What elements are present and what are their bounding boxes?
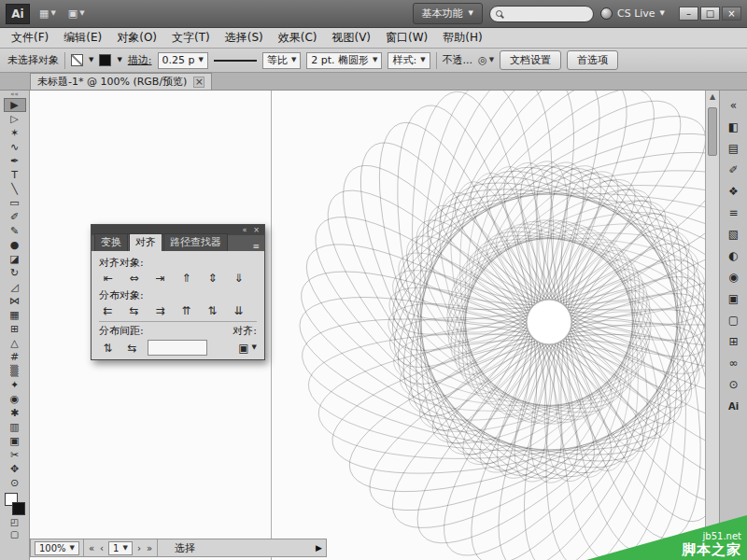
magic-wand-tool[interactable]: ✶ — [4, 126, 26, 140]
ai-access-icon[interactable]: Ai — [723, 396, 745, 416]
last-artboard-icon[interactable]: » — [146, 543, 153, 553]
menu-file[interactable]: 文件(F) — [4, 27, 56, 49]
align-panel[interactable]: « × 变换 对齐 路径查找器 ≡ 对齐对象: ⇤ ⇔ ⇥ ⇑ ⇕ ⇓ 分布对象… — [91, 224, 265, 360]
navigator-panel-icon[interactable]: ⊙ — [723, 374, 745, 395]
tools-panel-collapse-icon[interactable]: «« — [0, 91, 29, 98]
search-input[interactable] — [507, 7, 584, 20]
eyedropper-tool[interactable]: ✦ — [4, 378, 26, 392]
selection-tool[interactable]: ▶ — [4, 98, 26, 112]
align-v-center-button[interactable]: ⇕ — [204, 271, 221, 285]
width-tool[interactable]: ⋈ — [4, 294, 26, 308]
artboard-tool[interactable]: ▣ — [4, 434, 26, 448]
paintbrush-tool[interactable]: ✐ — [4, 210, 26, 224]
cs-live-button[interactable]: CS Live ▼ — [600, 7, 665, 20]
workspace-switcher-button[interactable]: 基本功能▼ — [413, 3, 483, 24]
document-setup-button[interactable]: 文档设置 — [500, 50, 561, 70]
layers-panel-icon[interactable]: ▢ — [723, 310, 745, 330]
panel-collapse-icon[interactable]: « — [242, 227, 247, 234]
tab-pathfinder[interactable]: 路径查找器 — [163, 233, 228, 251]
slice-tool[interactable]: ✂ — [4, 448, 26, 462]
next-artboard-icon[interactable]: › — [136, 543, 142, 553]
select-similar-button[interactable]: ◎▼ — [478, 54, 494, 66]
close-button[interactable]: × — [722, 7, 741, 21]
mesh-tool[interactable]: # — [4, 350, 26, 364]
vertical-spacing-button[interactable]: ⇅ — [99, 341, 117, 355]
pen-tool[interactable]: ✒ — [4, 154, 26, 168]
artboard-number-combo[interactable]: 1▼ — [108, 541, 133, 555]
drawing-mode-icon[interactable]: ◰ — [4, 516, 26, 528]
menu-object[interactable]: 对象(O) — [109, 27, 164, 49]
rotate-tool[interactable]: ↻ — [4, 266, 26, 280]
menu-window[interactable]: 窗口(W) — [378, 27, 435, 49]
arrange-documents-icon[interactable]: ▣▼ — [65, 7, 88, 21]
line-segment-tool[interactable]: ╲ — [4, 182, 26, 196]
eraser-tool[interactable]: ◪ — [4, 252, 26, 266]
zoom-combo[interactable]: 100%▼ — [35, 541, 79, 555]
menu-view[interactable]: 视图(V) — [324, 27, 378, 49]
vertical-scrollbar[interactable]: ▲ ▼ — [705, 91, 719, 560]
appearance-panel-icon[interactable]: ◉ — [723, 267, 745, 287]
menu-select[interactable]: 选择(S) — [218, 27, 271, 49]
distribute-h-center-button[interactable]: ⇅ — [204, 303, 221, 317]
brushes-panel-icon[interactable]: ✐ — [723, 160, 745, 180]
stroke-panel-icon[interactable]: ≡ — [723, 203, 745, 223]
spacing-value-input[interactable] — [148, 340, 207, 356]
stroke-swatch[interactable] — [12, 502, 25, 515]
status-expand-icon[interactable]: ▶ — [316, 543, 322, 553]
stroke-width-combo[interactable]: 0.25 p▼ — [158, 52, 208, 69]
symbol-sprayer-tool[interactable]: ✱ — [4, 406, 26, 420]
style-combo[interactable]: 样式:▼ — [388, 52, 430, 69]
tab-align[interactable]: 对齐 — [129, 233, 162, 251]
pencil-tool[interactable]: ✎ — [4, 224, 26, 238]
zoom-tool[interactable]: ⊙ — [4, 476, 26, 490]
free-transform-tool[interactable]: ▦ — [4, 308, 26, 322]
stroke-color-swatch[interactable] — [99, 54, 111, 66]
gradient-panel-icon[interactable]: ▧ — [723, 224, 745, 245]
perspective-grid-tool[interactable]: △ — [4, 336, 26, 350]
search-box[interactable] — [489, 6, 594, 22]
direct-selection-tool[interactable]: ▷ — [4, 112, 26, 126]
menu-effect[interactable]: 效果(C) — [271, 27, 325, 49]
document-tab[interactable]: 未标题-1* @ 100% (RGB/预览) × — [30, 73, 212, 90]
distribute-right-button[interactable]: ⇊ — [230, 303, 247, 317]
scale-tool[interactable]: ◿ — [4, 280, 26, 294]
launch-bridge-icon[interactable]: ▦▼ — [36, 7, 59, 21]
align-to-dropdown[interactable]: ▣ ▼ — [238, 342, 257, 355]
align-h-center-button[interactable]: ⇔ — [125, 271, 143, 285]
scrollbar-thumb[interactable] — [708, 107, 717, 156]
align-right-button[interactable]: ⇥ — [151, 271, 169, 285]
width-profile-combo[interactable]: 等比▼ — [262, 52, 301, 69]
distribute-left-button[interactable]: ⇈ — [177, 303, 195, 317]
restore-button[interactable]: □ — [700, 7, 720, 21]
swatches-panel-icon[interactable]: ▤ — [723, 138, 745, 159]
blob-brush-tool[interactable]: ● — [4, 238, 26, 252]
brush-definition-combo[interactable]: 2 pt. 椭圆形▼ — [306, 52, 382, 69]
fill-color-swatch[interactable] — [71, 54, 83, 66]
stroke-label[interactable]: 描边: — [128, 53, 152, 67]
menu-edit[interactable]: 编辑(E) — [56, 27, 109, 49]
type-tool[interactable]: T — [4, 168, 26, 182]
align-bottom-button[interactable]: ⇓ — [230, 271, 247, 285]
rectangle-tool[interactable]: ▭ — [4, 196, 26, 210]
expand-panels-icon[interactable]: « — [723, 95, 745, 116]
preferences-button[interactable]: 首选项 — [567, 50, 618, 70]
screen-mode-icon[interactable]: ▢ — [4, 528, 26, 540]
tab-transform[interactable]: 变换 — [94, 233, 128, 251]
distribute-top-button[interactable]: ⇇ — [99, 303, 117, 317]
symbols-panel-icon[interactable]: ❖ — [723, 181, 745, 202]
lasso-tool[interactable]: ∿ — [4, 140, 26, 154]
first-artboard-icon[interactable]: « — [88, 543, 95, 553]
align-left-button[interactable]: ⇤ — [99, 271, 117, 285]
fill-stroke-indicator[interactable] — [5, 493, 25, 515]
distribute-v-center-button[interactable]: ⇆ — [125, 303, 143, 317]
blend-tool[interactable]: ◉ — [4, 392, 26, 406]
column-graph-tool[interactable]: ▥ — [4, 420, 26, 434]
gradient-tool[interactable]: ▒ — [4, 364, 26, 378]
minimize-button[interactable]: – — [679, 7, 698, 21]
previous-artboard-icon[interactable]: ‹ — [99, 543, 105, 553]
panel-close-icon[interactable]: × — [253, 227, 260, 234]
shape-builder-tool[interactable]: ⊞ — [4, 322, 26, 336]
color-panel-icon[interactable]: ◧ — [723, 117, 745, 137]
document-close-icon[interactable]: × — [193, 77, 204, 88]
horizontal-spacing-button[interactable]: ⇆ — [123, 341, 141, 355]
